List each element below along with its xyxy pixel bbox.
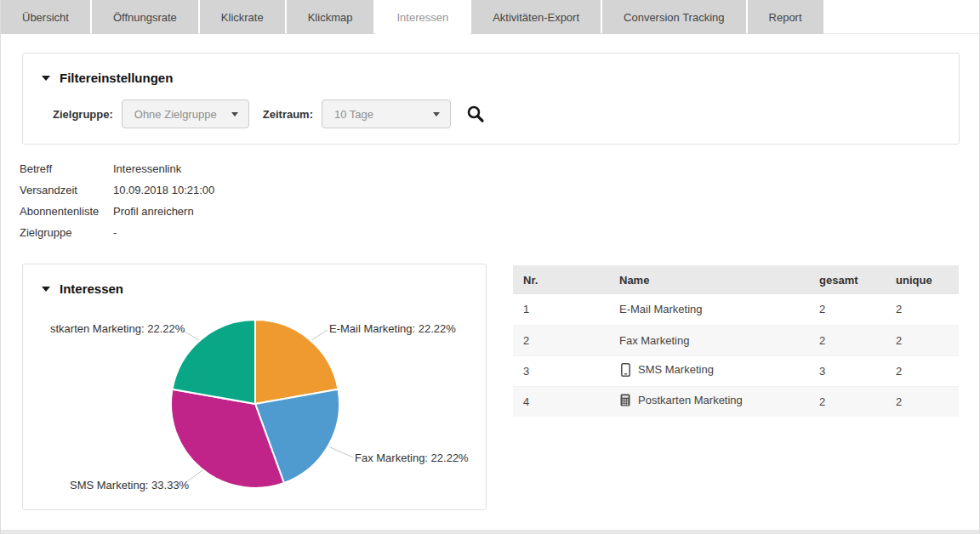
detail-value: 10.09.2018 10:21:00: [113, 184, 214, 196]
unique-cell: 2: [886, 355, 959, 386]
detail-row-zielgruppe: Zielgruppe-: [20, 222, 214, 243]
pie-slices: [171, 320, 339, 488]
zeitraum-dropdown[interactable]: 10 Tage: [322, 99, 451, 128]
detail-row-betreff: BetreffInteressenlink: [20, 158, 214, 179]
zeitraum-label: Zeitraum:: [263, 108, 313, 121]
unique-cell: 2: [886, 386, 959, 417]
name-cell-inner: Fax Marketing: [619, 334, 689, 347]
nr-cell: 4: [513, 386, 609, 417]
column-header-nr: Nr.: [513, 265, 609, 294]
tab-interessen[interactable]: Interessen: [375, 0, 470, 34]
filter-panel-header[interactable]: Filtereinstellungen: [42, 71, 940, 85]
filter-panel-title: Filtereinstellungen: [60, 71, 173, 85]
pie-label-sms-marketing: SMS Marketing: 33.33%: [70, 479, 189, 491]
name-cell: E-Mail Marketing: [609, 294, 809, 325]
name-cell: Postkarten Marketing: [609, 386, 809, 417]
name-label: Fax Marketing: [619, 334, 689, 347]
table-row: 2Fax Marketing22: [513, 325, 959, 355]
table-row: 4Postkarten Marketing22: [513, 386, 959, 417]
gesamt-cell: 3: [809, 355, 886, 386]
zielgruppe-label: Zielgruppe:: [53, 108, 113, 121]
name-cell: SMS Marketing: [609, 355, 809, 386]
table-header: Nr.Namegesamtunique: [513, 265, 959, 294]
tab-uebersicht[interactable]: Übersicht: [1, 0, 90, 34]
column-header-unique: unique: [886, 265, 959, 294]
pie-label-postkarten-marketing: stkarten Marketing: 22.22%: [50, 322, 185, 335]
unique-cell: 2: [886, 325, 959, 355]
table-header-row: Nr.Namegesamtunique: [513, 265, 959, 294]
pie-label-e-mail-marketing: E-Mail Marketing: 22.22%: [329, 322, 456, 335]
detail-label: Zielgruppe: [20, 226, 113, 239]
name-cell-inner: E-Mail Marketing: [619, 303, 703, 315]
tab-conversion-tracking[interactable]: Conversion Tracking: [602, 0, 746, 34]
table-body: 1E-Mail Marketing222Fax Marketing223SMS …: [513, 294, 959, 417]
name-cell-inner: SMS Marketing: [619, 363, 714, 377]
campaign-details: BetreffInteressenlinkVersandzeit10.09.20…: [20, 158, 214, 243]
search-button[interactable]: [466, 105, 485, 123]
interests-panel-title: Interessen: [60, 281, 123, 296]
tab-bar: ÜbersichtÖffnungsrateKlickrateKlickmapIn…: [1, 0, 979, 34]
name-label: E-Mail Marketing: [619, 303, 703, 315]
zeitraum-dropdown-value: 10 Tage: [334, 108, 373, 121]
detail-label: Betreff: [20, 162, 113, 175]
chevron-down-icon: [433, 112, 440, 116]
bottom-border-bar: [1, 530, 979, 534]
pie-label-fax-marketing: Fax Marketing: 22.22%: [355, 452, 469, 464]
gesamt-cell: 2: [809, 386, 886, 417]
column-header-gesamt: gesamt: [809, 265, 886, 294]
table-row: 3SMS Marketing32: [513, 355, 959, 386]
nr-cell: 2: [513, 325, 609, 355]
smartphone-icon: [619, 363, 631, 377]
chevron-down-icon: [231, 112, 238, 116]
zielgruppe-dropdown[interactable]: Ohne Zielgruppe: [122, 99, 249, 128]
gesamt-cell: 2: [809, 325, 886, 355]
detail-value: Interessenlink: [113, 162, 181, 175]
tab-aktivitaeten-export[interactable]: Aktivitäten-Export: [471, 0, 601, 34]
detail-label: Versandzeit: [20, 184, 113, 196]
tab-klickrate[interactable]: Klickrate: [200, 0, 285, 34]
detail-label: Abonnentenliste: [20, 205, 113, 218]
interests-panel-header[interactable]: Interessen: [42, 281, 123, 296]
name-cell: Fax Marketing: [609, 325, 809, 355]
name-label: Postkarten Marketing: [638, 394, 743, 406]
column-header-name: Name: [609, 265, 809, 294]
nr-cell: 3: [513, 355, 609, 386]
caret-down-icon: [42, 287, 50, 292]
interests-pie-chart: E-Mail Marketing: 22.22% Fax Marketing: …: [23, 264, 487, 511]
nr-cell: 1: [513, 294, 609, 325]
detail-row-versandzeit: Versandzeit10.09.2018 10:21:00: [20, 179, 214, 201]
calculator-icon: [619, 394, 631, 406]
interests-panel: E-Mail Marketing: 22.22% Fax Marketing: …: [22, 264, 487, 510]
search-icon: [466, 105, 485, 123]
gesamt-cell: 2: [809, 294, 886, 325]
caret-down-icon: [42, 76, 50, 81]
interests-table: Nr.Namegesamtunique 1E-Mail Marketing222…: [513, 265, 959, 417]
tab-oeffnungsrate[interactable]: Öffnungsrate: [92, 0, 198, 34]
detail-value: -: [113, 226, 117, 239]
filter-controls: Zielgruppe: Ohne Zielgruppe Zeitraum: 10…: [53, 99, 940, 128]
detail-value: Profil anreichern: [113, 205, 194, 218]
filter-panel: Filtereinstellungen Zielgruppe: Ohne Zie…: [22, 53, 960, 145]
name-cell-inner: Postkarten Marketing: [619, 394, 743, 406]
zielgruppe-dropdown-value: Ohne Zielgruppe: [134, 108, 217, 121]
tab-report[interactable]: Report: [748, 0, 823, 34]
tab-klickmap[interactable]: Klickmap: [287, 0, 374, 34]
unique-cell: 2: [886, 294, 959, 325]
detail-row-abonnentenliste: AbonnentenlisteProfil anreichern: [20, 201, 214, 222]
name-label: SMS Marketing: [638, 363, 714, 376]
table-row: 1E-Mail Marketing22: [513, 294, 959, 325]
interests-pie: [23, 264, 487, 511]
